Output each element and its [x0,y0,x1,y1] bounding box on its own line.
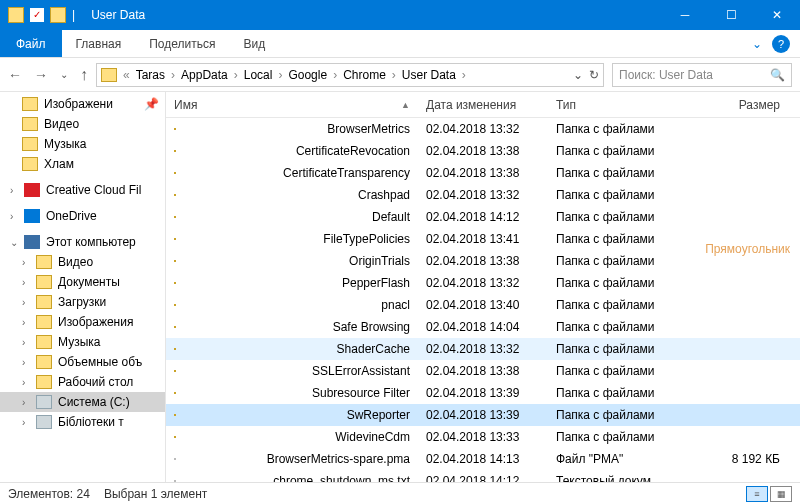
chevron-right-icon[interactable]: › [462,68,466,82]
chevron-right-icon[interactable]: › [171,68,175,82]
file-row[interactable]: Crashpad 02.04.2018 13:32 Папка с файлам… [166,184,800,206]
file-row[interactable]: SwReporter 02.04.2018 13:39 Папка с файл… [166,404,800,426]
file-list[interactable]: BrowserMetrics 02.04.2018 13:32 Папка с … [166,118,800,482]
chevron-right-icon[interactable]: › [278,68,282,82]
file-type: Папка с файлами [548,364,688,378]
help-icon[interactable]: ? [772,35,790,53]
header-type[interactable]: Тип [548,98,688,112]
recent-dropdown-icon[interactable]: ⌄ [60,69,68,80]
chevron-right-icon[interactable]: › [392,68,396,82]
refresh-icon[interactable]: ↻ [589,68,599,82]
file-name: SwReporter [347,408,410,422]
chevron-right-icon[interactable]: › [333,68,337,82]
folder-icon [174,238,176,240]
file-row[interactable]: BrowserMetrics 02.04.2018 13:32 Папка с … [166,118,800,140]
file-row[interactable]: chrome_shutdown_ms.txt 02.04.2018 14:12 … [166,470,800,482]
breadcrumb-dropdown-icon[interactable]: ⌄ [573,68,583,82]
file-type: Папка с файлами [548,276,688,290]
file-date: 02.04.2018 14:12 [418,474,548,482]
qat-newfolder-icon[interactable] [50,7,66,23]
file-date: 02.04.2018 14:04 [418,320,548,334]
sidebar-item[interactable]: Изображени📌 [0,94,165,114]
file-row[interactable]: SSLErrorAssistant 02.04.2018 13:38 Папка… [166,360,800,382]
file-name: CertificateTransparency [283,166,410,180]
breadcrumb-item[interactable]: Local [240,68,277,82]
chevron-right-icon[interactable]: › [234,68,238,82]
qat-properties-icon[interactable]: ✓ [30,8,44,22]
file-type: Папка с файлами [548,144,688,158]
column-headers: Имя ▲ Дата изменения Тип Размер [166,92,800,118]
expand-ribbon-icon[interactable]: ⌄ [752,37,762,51]
tab-view[interactable]: Вид [229,30,279,57]
close-button[interactable]: ✕ [754,0,800,30]
folder-icon [174,414,176,416]
file-row[interactable]: BrowserMetrics-spare.pma 02.04.2018 14:1… [166,448,800,470]
file-size: 8 192 КБ [688,452,788,466]
header-size[interactable]: Размер [688,98,788,112]
sidebar-item[interactable]: ›Изображения [0,312,165,332]
sidebar-item[interactable]: ›Система (C:) [0,392,165,412]
file-date: 02.04.2018 13:40 [418,298,548,312]
file-name: CertificateRevocation [296,144,410,158]
sidebar-creative-cloud[interactable]: › Creative Cloud Fil [0,180,165,200]
view-details-button[interactable]: ≡ [746,486,768,502]
sidebar-item[interactable]: ›Бібліотеки т [0,412,165,432]
file-row[interactable]: Subresource Filter 02.04.2018 13:39 Папк… [166,382,800,404]
file-row[interactable]: WidevineCdm 02.04.2018 13:33 Папка с фай… [166,426,800,448]
sidebar-item-label: Объемные объ [58,355,142,369]
breadcrumb-item[interactable]: Google [284,68,331,82]
sidebar-item[interactable]: ›Загрузки [0,292,165,312]
back-button[interactable]: ← [8,67,22,83]
file-row[interactable]: ShaderCache 02.04.2018 13:32 Папка с фай… [166,338,800,360]
breadcrumb[interactable]: « Taras›AppData›Local›Google›Chrome›User… [96,63,604,87]
sidebar-onedrive[interactable]: › OneDrive [0,206,165,226]
breadcrumb-item[interactable]: AppData [177,68,232,82]
maximize-button[interactable]: ☐ [708,0,754,30]
chevron-left-icon[interactable]: « [123,68,130,82]
file-row[interactable]: pnacl 02.04.2018 13:40 Папка с файлами [166,294,800,316]
file-row[interactable]: Safe Browsing 02.04.2018 14:04 Папка с ф… [166,316,800,338]
up-button[interactable]: ↑ [80,66,88,84]
sidebar-item-label: Creative Cloud Fil [46,183,141,197]
minimize-button[interactable]: ─ [662,0,708,30]
search-icon[interactable]: 🔍 [770,68,785,82]
file-row[interactable]: Default 02.04.2018 14:12 Папка с файлами [166,206,800,228]
folder-icon [174,194,176,196]
header-date[interactable]: Дата изменения [418,98,548,112]
breadcrumb-item[interactable]: Taras [132,68,169,82]
header-name[interactable]: Имя ▲ [166,98,418,112]
breadcrumb-item[interactable]: Chrome [339,68,390,82]
breadcrumb-item[interactable]: User Data [398,68,460,82]
file-pane: Имя ▲ Дата изменения Тип Размер BrowserM… [166,92,800,482]
folder-icon [174,326,176,328]
sidebar-item[interactable]: ›Объемные объ [0,352,165,372]
file-row[interactable]: CertificateTransparency 02.04.2018 13:38… [166,162,800,184]
sidebar-item[interactable]: Музыка [0,134,165,154]
folder-icon [174,216,176,218]
tab-share[interactable]: Поделиться [135,30,229,57]
status-bar: Элементов: 24 Выбран 1 элемент ≡ ▦ [0,482,800,504]
nav-pane[interactable]: Изображени📌ВидеоМузыкаХлам › Creative Cl… [0,92,166,482]
file-row[interactable]: CertificateRevocation 02.04.2018 13:38 П… [166,140,800,162]
sidebar-item-label: Бібліотеки т [58,415,124,429]
sidebar-item[interactable]: ›Музыка [0,332,165,352]
sidebar-item-label: Рабочий стол [58,375,133,389]
file-row[interactable]: PepperFlash 02.04.2018 13:32 Папка с фай… [166,272,800,294]
file-type: Папка с файлами [548,232,688,246]
file-name: BrowserMetrics-spare.pma [267,452,410,466]
tab-home[interactable]: Главная [62,30,136,57]
sidebar-item[interactable]: Хлам [0,154,165,174]
sidebar-item[interactable]: Видео [0,114,165,134]
file-name: pnacl [381,298,410,312]
forward-button[interactable]: → [34,67,48,83]
file-type: Папка с файлами [548,188,688,202]
sidebar-item[interactable]: ›Документы [0,272,165,292]
search-input[interactable]: Поиск: User Data 🔍 [612,63,792,87]
file-menu[interactable]: Файл [0,30,62,57]
sidebar-this-pc[interactable]: ⌄ Этот компьютер [0,232,165,252]
sidebar-item[interactable]: ›Видео [0,252,165,272]
file-date: 02.04.2018 13:32 [418,276,548,290]
view-icons-button[interactable]: ▦ [770,486,792,502]
sidebar-item[interactable]: ›Рабочий стол [0,372,165,392]
folder-icon [174,150,176,152]
